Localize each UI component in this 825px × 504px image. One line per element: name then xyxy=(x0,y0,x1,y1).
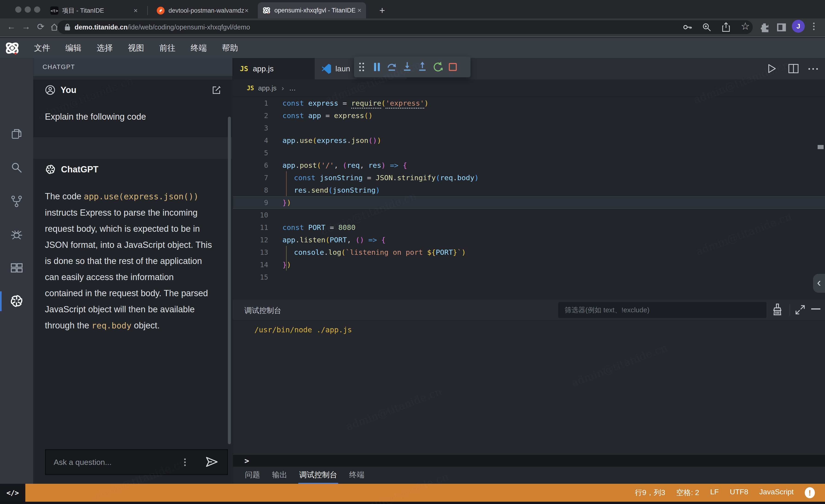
code-line[interactable]: 14}) xyxy=(233,258,825,271)
code-line[interactable]: 3 xyxy=(233,122,825,134)
menu-item-selection[interactable]: 选择 xyxy=(97,43,113,54)
console-output-line: /usr/bin/node ./app.js xyxy=(254,325,352,334)
code-line[interactable]: 5 xyxy=(233,147,825,159)
debug-repl-row[interactable]: > xyxy=(233,454,825,467)
debug-console-title: 调试控制台 xyxy=(244,306,281,316)
url-path: /ide/web/coding/opensumi-xhxqfgvl/demo xyxy=(128,23,250,31)
code-editor[interactable]: 1const express = require('express')2cons… xyxy=(233,97,825,300)
window-close-button[interactable] xyxy=(15,6,21,13)
tab-close-icon[interactable]: × xyxy=(134,7,138,14)
status-eol-sequence[interactable]: LF xyxy=(710,488,719,498)
chevron-right-icon: › xyxy=(282,84,284,92)
code-line[interactable]: 2const app = express() xyxy=(233,109,825,122)
debug-step-out-icon[interactable] xyxy=(415,59,430,75)
address-bar[interactable]: demo.titanide.cn/ide/web/coding/opensumi… xyxy=(58,20,753,34)
extensions-puzzle-icon[interactable] xyxy=(759,22,770,33)
code-text: app.post('/', (req, res) => { xyxy=(283,161,407,169)
sidebar-panel-icon[interactable] xyxy=(776,22,787,33)
window-controls[interactable] xyxy=(15,6,44,14)
window-minimize-button[interactable] xyxy=(25,6,31,13)
browser-tab-3-active[interactable]: opensumi-xhxqfgvl - TitanIDE × xyxy=(258,2,366,18)
editor-tab-appjs[interactable]: JS app.js xyxy=(233,58,315,79)
panel-tab-output[interactable]: 输出 xyxy=(272,467,287,484)
run-icon[interactable] xyxy=(766,64,777,74)
menu-item-go[interactable]: 前往 xyxy=(159,43,175,54)
status-cursor-position[interactable]: 行9，列3 xyxy=(635,488,665,498)
warning-icon[interactable]: ! xyxy=(805,487,815,498)
console-filter-input[interactable] xyxy=(565,306,758,314)
back-icon[interactable]: ← xyxy=(5,22,17,31)
menu-item-file[interactable]: 文件 xyxy=(34,43,50,54)
browser-menu-kebab-icon[interactable] xyxy=(813,21,815,31)
indent-guide xyxy=(286,246,287,271)
password-key-icon[interactable] xyxy=(682,22,693,32)
code-line[interactable]: 1const express = require('express') xyxy=(233,97,825,109)
status-language-mode[interactable]: JavaScript xyxy=(759,488,794,498)
send-icon[interactable] xyxy=(205,455,218,469)
code-line[interactable]: 7 const jsonString = JSON.stringify(req.… xyxy=(233,171,825,184)
toolbar-drag-handle[interactable] xyxy=(354,59,369,75)
code-line[interactable]: 8 res.send(jsonString) xyxy=(233,184,825,196)
avatar[interactable]: J xyxy=(792,20,805,33)
reload-icon[interactable]: ⟳ xyxy=(35,22,47,32)
code-line[interactable]: 10 xyxy=(233,209,825,221)
new-tab-button[interactable]: + xyxy=(379,5,385,16)
split-editor-icon[interactable] xyxy=(788,64,799,74)
debug-step-into-icon[interactable] xyxy=(400,59,415,75)
code-line[interactable]: 4app.use(express.json()) xyxy=(233,134,825,147)
debug-pause-icon[interactable] xyxy=(369,59,384,75)
code-line[interactable]: 6app.post('/', (req, res) => { xyxy=(233,159,825,171)
editor-scrollbar-thumb[interactable] xyxy=(818,145,824,149)
chat-scrollbar-thumb[interactable] xyxy=(228,117,231,444)
editor-more-actions-icon[interactable] xyxy=(808,68,818,70)
status-indentation[interactable]: 空格: 2 xyxy=(676,488,699,498)
forward-icon[interactable]: → xyxy=(20,22,32,31)
code-text: console.log(`listening on port ${PORT}`) xyxy=(283,248,466,256)
input-kebab-icon[interactable] xyxy=(184,457,186,468)
zoom-search-icon[interactable] xyxy=(702,22,712,32)
code-line[interactable]: 15 xyxy=(233,271,825,283)
user-message-card: You Explain the following code xyxy=(33,80,232,137)
extensions-icon[interactable] xyxy=(8,260,25,276)
status-encoding[interactable]: UTF8 xyxy=(730,488,748,498)
postman-icon xyxy=(157,6,165,15)
browser-tab-1[interactable]: <t> 项目 - TitanIDE × xyxy=(46,3,142,18)
debug-restart-icon[interactable] xyxy=(430,59,445,75)
tab-close-icon[interactable]: × xyxy=(357,6,361,14)
window-zoom-button[interactable] xyxy=(34,6,40,13)
collapse-panel-chevron[interactable]: ‹ xyxy=(813,274,825,293)
ask-question-input[interactable] xyxy=(54,458,178,467)
search-icon[interactable] xyxy=(8,159,25,176)
panel-tab-terminal[interactable]: 终端 xyxy=(349,467,364,484)
editor-tab-bar: JS app.js laun xyxy=(233,58,825,79)
code-block-icon[interactable]: </> xyxy=(0,484,25,502)
menu-item-help[interactable]: 帮助 xyxy=(222,43,238,54)
panel-tab-debug-console[interactable]: 调试控制台 xyxy=(299,467,337,484)
code-line[interactable]: 11const PORT = 8080 xyxy=(233,221,825,234)
clear-console-icon[interactable] xyxy=(771,303,783,316)
edit-message-icon[interactable] xyxy=(212,86,221,94)
code-line[interactable]: 12app.listen(PORT, () => { xyxy=(233,234,825,246)
code-line[interactable]: 9}) xyxy=(233,196,825,209)
panel-tab-problems[interactable]: 问题 xyxy=(245,467,260,484)
line-number: 4 xyxy=(233,137,283,145)
debug-stop-icon[interactable] xyxy=(445,59,460,75)
line-number: 7 xyxy=(233,174,283,182)
code-line[interactable]: 13 console.log(`listening on port ${PORT… xyxy=(233,246,825,258)
menu-item-edit[interactable]: 编辑 xyxy=(65,43,81,54)
source-control-icon[interactable] xyxy=(8,193,25,209)
explorer-files-icon[interactable] xyxy=(8,125,25,142)
bookmark-star-icon[interactable]: ☆ xyxy=(741,20,750,32)
breadcrumb[interactable]: JS app.js › … xyxy=(233,79,825,97)
menu-item-terminal[interactable]: 终端 xyxy=(191,43,207,54)
ask-question-box xyxy=(45,449,228,475)
chatgpt-icon[interactable] xyxy=(8,293,25,309)
minimize-panel-icon[interactable] xyxy=(811,308,820,310)
debug-bug-icon[interactable] xyxy=(8,227,25,243)
tab-close-icon[interactable]: × xyxy=(244,7,248,14)
browser-tab-2[interactable]: devtool-postman-walvamdz - T × xyxy=(152,3,253,18)
share-icon[interactable] xyxy=(721,22,731,32)
debug-step-over-icon[interactable] xyxy=(384,59,400,75)
maximize-panel-icon[interactable] xyxy=(795,304,806,315)
menu-item-view[interactable]: 视图 xyxy=(128,43,144,54)
